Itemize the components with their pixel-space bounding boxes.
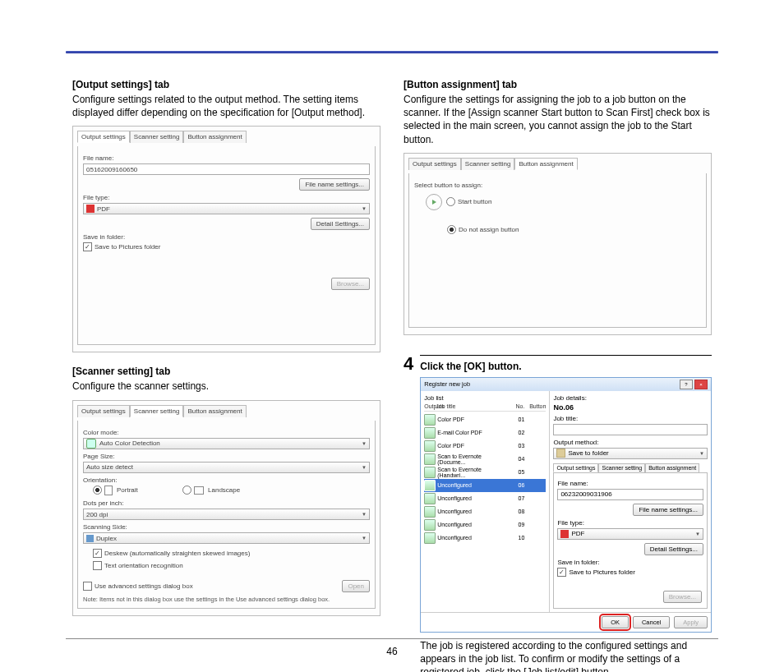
open-button[interactable]: Open [342,580,370,592]
label-dpi: Dots per inch: [83,499,370,507]
browse-button[interactable]: Browse... [663,591,702,603]
page-top-rule [66,51,718,53]
tab-output-settings[interactable]: Output settings [77,405,130,417]
label-job-details: Job details: [553,394,708,402]
tab-scanner-setting[interactable]: Scanner setting [598,463,645,472]
tab-scanner-setting[interactable]: Scanner setting [130,405,184,417]
scanning-side-combo[interactable]: Duplex [83,532,370,544]
file-name-field[interactable]: 06232009031906 [557,489,703,500]
job-list-row[interactable]: Unconfigured06 [424,479,546,492]
job-list-row[interactable]: Scan to Evernote (Handwri...05 [424,466,546,479]
tab-output-settings[interactable]: Output settings [77,131,130,143]
file-type-combo[interactable]: PDF [83,203,370,214]
portrait-icon [104,486,113,495]
page-number: 46 [0,646,784,657]
job-list-row[interactable]: Unconfigured09 [424,518,546,532]
tab-button-assignment[interactable]: Button assignment [183,405,246,417]
label-save-in-folder: Save in folder: [557,559,703,566]
paragraph: Configure the settings for assigning the… [404,93,712,146]
heading-scanner-setting-tab: [Scanner setting] tab [72,366,380,377]
dialog-title: Register new job [424,380,470,388]
job-list-row[interactable]: Unconfigured07 [424,492,546,505]
cancel-button[interactable]: Cancel [633,616,670,628]
landscape-icon [194,486,204,495]
deskew-checkbox[interactable]: Deskew (automatically straighten skewed … [93,549,250,558]
portrait-radio[interactable]: Portrait [93,486,138,495]
label-page-size: Page Size: [83,453,370,460]
pdf-icon [86,205,95,213]
screenshot-output-settings: Output settings Scanner setting Button a… [72,126,380,352]
tab-output-settings[interactable]: Output settings [408,158,461,170]
label-orientation: Orientation: [83,476,370,484]
file-name-settings-button[interactable]: File name settings... [299,178,370,191]
job-icon [424,427,436,439]
file-name-settings-button[interactable]: File name settings... [633,504,703,516]
folder-icon [556,449,565,458]
job-list-row[interactable]: Scan to Evernote (Docume...04 [424,453,546,466]
label-file-name: File name: [557,480,703,487]
job-list-row[interactable]: Unconfigured10 [424,532,546,545]
file-name-field[interactable]: 05162009160650 [83,163,370,175]
step-number: 4 [404,355,413,373]
ok-button[interactable]: OK [602,616,629,628]
col-no: No. [510,403,524,409]
job-list-row[interactable]: Unconfigured08 [424,505,546,518]
output-method-combo[interactable]: Save to folder [553,448,708,459]
close-icon[interactable]: × [694,380,708,389]
paragraph: Configure the scanner settings. [72,380,380,393]
start-button-icon [426,194,442,210]
landscape-radio[interactable]: Landscape [182,486,240,495]
label-select-button: Select button to assign: [414,182,701,189]
apply-button[interactable]: Apply [674,616,708,628]
help-icon[interactable]: ? [680,380,693,389]
label-file-type: File type: [557,519,703,527]
label-job-list: Job list [424,394,546,402]
dpi-combo[interactable]: 200 dpi [83,509,370,520]
save-to-pictures-checkbox[interactable]: Save to Pictures folder [557,568,634,577]
label-file-name: File name: [83,154,370,162]
detail-settings-button[interactable]: Detail Settings... [644,543,703,555]
step-title: Click the [OK] button. [420,361,712,372]
job-icon [424,519,436,531]
start-button-radio[interactable]: Start button [446,197,491,206]
tab-button-assignment[interactable]: Button assignment [183,131,246,143]
use-advanced-checkbox[interactable]: Use advanced settings dialog box [83,582,193,591]
label-job-title: Job title: [553,415,708,422]
browse-button[interactable]: Browse... [331,278,370,290]
duplex-icon [86,535,94,542]
label-save-in-folder: Save in folder: [83,233,370,241]
tab-scanner-setting[interactable]: Scanner setting [130,131,184,143]
job-icon [424,453,436,465]
job-list-row[interactable]: Color PDF01 [424,413,546,426]
note-text: Note: Items not in this dialog box use t… [83,596,370,603]
do-not-assign-radio[interactable]: Do not assign button [447,225,519,234]
job-icon [424,414,436,426]
job-icon [424,440,436,452]
save-to-pictures-checkbox[interactable]: Save to Pictures folder [83,242,160,251]
color-mode-combo[interactable]: Auto Color Detection [83,438,370,449]
tab-scanner-setting[interactable]: Scanner setting [461,158,515,170]
label-color-mode: Color mode: [83,429,370,436]
col-outputs: Outputs [424,403,436,409]
detail-settings-button[interactable]: Detail Settings... [311,218,370,230]
label-scanning-side: Scanning Side: [83,523,370,531]
job-title-field[interactable] [553,424,708,435]
job-icon [424,493,436,504]
tab-button-assignment[interactable]: Button assignment [645,463,699,472]
screenshot-button-assignment: Output settings Scanner setting Button a… [404,153,712,335]
page-size-combo[interactable]: Auto size detect [83,462,370,473]
text-orientation-checkbox[interactable]: Text orientation recognition [93,561,183,570]
job-list-row[interactable]: Color PDF03 [424,440,546,453]
tab-button-assignment[interactable]: Button assignment [514,158,577,170]
job-number-heading: No.06 [553,403,708,412]
tab-output-settings[interactable]: Output settings [553,463,598,472]
page-bottom-rule [66,638,718,639]
job-list-row[interactable]: E-mail Color PDF02 [424,426,546,440]
paragraph: Configure settings related to the output… [72,93,380,119]
heading-button-assignment-tab: [Button assignment] tab [404,79,712,90]
mode-icon [86,439,96,449]
label-file-type: File type: [83,194,370,201]
file-type-combo[interactable]: PDF [557,528,703,540]
job-icon [424,532,436,544]
job-icon [424,480,436,491]
